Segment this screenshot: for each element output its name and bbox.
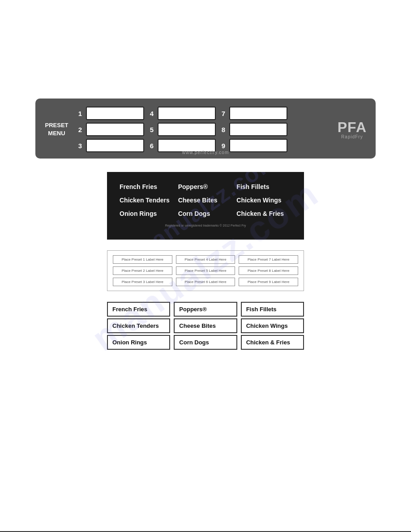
- cutout-item-6: Chicken Wings: [241, 318, 304, 333]
- cutout-item-5: Cheese Bites: [174, 318, 237, 333]
- preset-row-3: 3: [77, 139, 144, 152]
- cutout-item-9: Chicken & Fries: [241, 335, 304, 350]
- menu-item-1: French Fries: [118, 180, 176, 193]
- preset-number-4: 4: [149, 110, 155, 117]
- pfa-logo-text: PFA: [338, 120, 367, 134]
- label-placeholder-9: Place Preset 9 Label Here: [239, 278, 298, 286]
- preset-box-9: [229, 139, 287, 152]
- panel-url: www.perfectfry.com: [182, 150, 229, 155]
- preset-box-8: [229, 123, 287, 136]
- pfa-logo: PFA RapidFry: [338, 120, 367, 139]
- menu-item-4: Chicken Tenders: [118, 193, 176, 207]
- cutout-item-1: French Fries: [107, 302, 170, 317]
- menu-card: French Fries Poppers® Fish Fillets Chick…: [107, 172, 304, 240]
- label-placeholder-4: Place Preset 4 Label Here: [176, 255, 235, 264]
- label-grid-box: Place Preset 1 Label Here Place Preset 4…: [107, 250, 304, 291]
- preset-number-7: 7: [220, 110, 227, 117]
- preset-row-7: 7: [220, 107, 287, 120]
- preset-row-9: 9: [220, 139, 287, 152]
- cutout-item-3: Fish Fillets: [241, 302, 304, 317]
- preset-number-8: 8: [220, 126, 227, 133]
- preset-column-3: 7 8 9: [220, 107, 287, 152]
- menu-item-2: Poppers®: [176, 180, 235, 193]
- menu-card-grid: French Fries Poppers® Fish Fillets Chick…: [118, 180, 293, 220]
- preset-row-2: 2: [77, 123, 144, 136]
- cutout-item-2: Poppers®: [174, 302, 237, 317]
- menu-item-6: Chicken Wings: [235, 193, 293, 207]
- preset-row-8: 8: [220, 123, 287, 136]
- label-placeholder-5: Place Preset 5 Label Here: [176, 266, 235, 275]
- preset-box-7: [229, 107, 287, 120]
- menu-item-8: Corn Dogs: [176, 207, 235, 220]
- preset-box-3: [86, 139, 144, 152]
- preset-panel: PRESET MENU 1 2 3 4 5: [35, 99, 376, 159]
- preset-grid: 1 2 3 4 5 6: [77, 107, 331, 152]
- pfa-logo-sub: RapidFry: [338, 134, 367, 139]
- menu-item-5: Cheese Bites: [176, 193, 235, 207]
- label-placeholder-3: Place Preset 3 Label Here: [113, 278, 172, 286]
- preset-number-5: 5: [149, 126, 155, 133]
- label-placeholder-8: Place Preset 8 Label Here: [239, 266, 298, 275]
- label-placeholder-6: Place Preset 6 Label Here: [176, 278, 235, 286]
- preset-row-4: 4: [149, 107, 216, 120]
- preset-column-1: 1 2 3: [77, 107, 144, 152]
- preset-row-5: 5: [149, 123, 216, 136]
- label-placeholder-7: Place Preset 7 Label Here: [239, 255, 298, 264]
- label-placeholder-2: Place Preset 2 Label Here: [113, 266, 172, 275]
- cutout-item-8: Corn Dogs: [174, 335, 237, 350]
- preset-box-1: [86, 107, 144, 120]
- cutout-item-4: Chicken Tenders: [107, 318, 170, 333]
- preset-box-5: [158, 123, 216, 136]
- preset-label: PRESET MENU: [44, 121, 69, 137]
- preset-number-9: 9: [220, 142, 227, 150]
- menu-item-7: Onion Rings: [118, 207, 176, 220]
- preset-number-3: 3: [77, 142, 83, 150]
- preset-box-4: [158, 107, 216, 120]
- preset-number-2: 2: [77, 126, 83, 133]
- cutout-grid: French Fries Poppers® Fish Fillets Chick…: [107, 302, 304, 350]
- preset-row-1: 1: [77, 107, 144, 120]
- label-placeholder-1: Place Preset 1 Label Here: [113, 255, 172, 264]
- cutout-item-7: Onion Rings: [107, 335, 170, 350]
- preset-column-2: 4 5 6: [149, 107, 216, 152]
- preset-box-2: [86, 123, 144, 136]
- menu-item-3: Fish Fillets: [235, 180, 293, 193]
- preset-number-1: 1: [77, 110, 83, 117]
- preset-number-6: 6: [149, 142, 155, 150]
- menu-item-9: Chicken & Fries: [235, 207, 293, 220]
- menu-card-footnote: Registered or unregistered trademarks © …: [118, 224, 293, 227]
